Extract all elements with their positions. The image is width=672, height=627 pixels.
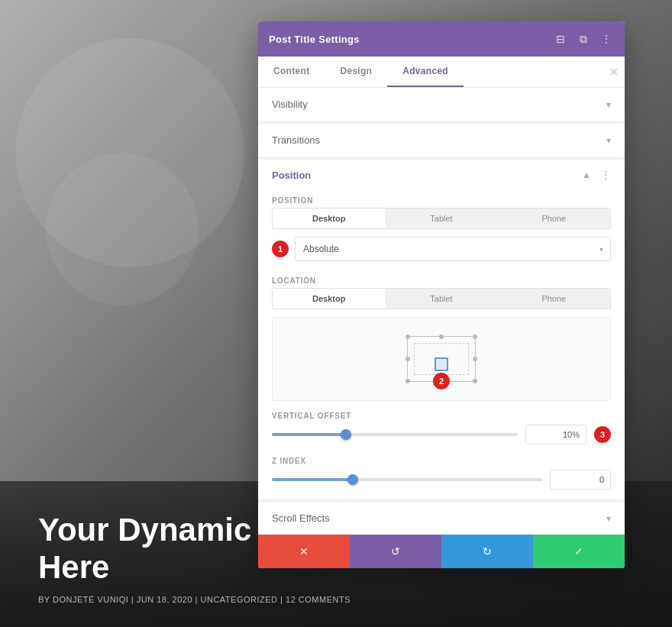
z-index-thumb[interactable] <box>347 474 358 485</box>
transitions-title: Transitions <box>272 134 320 146</box>
z-index-label: Z Index <box>272 457 611 465</box>
panel-header-icons: ⊟ ⧉ ⋮ <box>553 31 614 47</box>
tabs-bar: Content Design Advanced ✕ <box>258 57 625 88</box>
position-field-label: Position <box>258 190 625 208</box>
position-select[interactable]: Absolute Default Relative Fixed Static <box>295 237 611 261</box>
tab-content[interactable]: Content <box>258 57 325 87</box>
position-device-tab-phone[interactable]: Phone <box>498 208 610 228</box>
visibility-section-header[interactable]: Visibility ▾ <box>258 88 625 121</box>
position-device-tabs: Desktop Tablet Phone <box>272 208 611 229</box>
step-1-badge: 1 <box>272 241 289 257</box>
panel-content: Visibility ▾ Transitions ▾ Position ▲ ⋮ <box>258 88 625 535</box>
corner-bl <box>405 379 410 383</box>
position-icon <box>435 357 448 371</box>
scroll-effects-title: Scroll Effects <box>272 512 330 524</box>
panel-close-icon[interactable]: ✕ <box>609 65 619 79</box>
scroll-effects-chevron-icon: ▾ <box>606 513 611 524</box>
corner-br <box>473 379 477 383</box>
panel-footer: ✕ ↺ ↻ ✓ <box>258 535 625 568</box>
reset-button[interactable]: ↺ <box>350 535 441 568</box>
maximize-icon[interactable]: ⧉ <box>576 31 591 47</box>
location-device-tab-phone[interactable]: Phone <box>498 289 610 309</box>
position-device-tab-desktop[interactable]: Desktop <box>273 208 385 228</box>
bg-decoration-circle-2 <box>46 153 199 305</box>
corner-tl <box>405 335 410 339</box>
save-button[interactable]: ✓ <box>533 535 625 568</box>
scroll-effects-header[interactable]: Scroll Effects ▾ <box>258 502 625 535</box>
position-more-icon[interactable]: ⋮ <box>600 169 611 181</box>
more-icon[interactable]: ⋮ <box>599 31 614 47</box>
z-index-track[interactable] <box>272 478 542 481</box>
step-2-badge: 2 <box>433 373 450 389</box>
corner-mr <box>473 357 477 361</box>
visibility-title: Visibility <box>272 99 308 110</box>
location-device-tab-desktop[interactable]: Desktop <box>273 289 385 309</box>
position-select-wrapper: 1 Absolute Default Relative Fixed Static… <box>272 237 611 261</box>
post-meta: By Donjeté Vuniqi | Jun 18, 2020 | Uncat… <box>38 595 634 604</box>
tab-design[interactable]: Design <box>325 57 387 87</box>
position-device-tab-tablet[interactable]: Tablet <box>385 208 497 228</box>
scroll-effects-section: Scroll Effects ▾ <box>258 502 625 535</box>
redo-button[interactable]: ↻ <box>441 535 533 568</box>
vertical-offset-slider-row: 10% 3 <box>272 425 611 444</box>
vertical-offset-thumb[interactable] <box>341 429 351 440</box>
location-device-tab-tablet[interactable]: Tablet <box>385 289 497 309</box>
visibility-chevron-icon: ▾ <box>606 99 611 110</box>
location-grid[interactable]: 2 <box>272 317 611 401</box>
vertical-offset-label: Vertical Offset <box>272 412 611 420</box>
panel-header: Post Title Settings ⊟ ⧉ ⋮ <box>258 21 625 57</box>
corner-ml <box>405 357 410 361</box>
location-field-label: Location <box>258 270 625 288</box>
transitions-chevron-icon: ▾ <box>606 135 611 146</box>
vertical-offset-track[interactable] <box>272 433 518 436</box>
position-title: Position <box>272 170 311 181</box>
position-header-icons: ▲ ⋮ <box>582 169 611 181</box>
corner-mt <box>439 335 444 339</box>
minimize-icon[interactable]: ⊟ <box>553 31 568 47</box>
settings-panel: Post Title Settings ⊟ ⧉ ⋮ Content Design… <box>258 21 625 568</box>
position-collapse-icon[interactable]: ▲ <box>582 170 591 180</box>
position-indicator: 2 <box>433 357 450 389</box>
z-index-row: Z Index 0 <box>258 454 625 499</box>
z-index-input[interactable]: 0 <box>550 470 611 490</box>
position-section: Position ▲ ⋮ Position Desktop Tablet Pho… <box>258 160 625 499</box>
tab-advanced[interactable]: Advanced <box>387 57 464 87</box>
panel-title: Post Title Settings <box>269 34 360 45</box>
z-index-slider-row: 0 <box>272 470 611 490</box>
vertical-offset-fill <box>272 433 346 436</box>
z-index-fill <box>272 478 353 481</box>
transitions-section: Transitions ▾ <box>258 124 625 157</box>
step-3-badge: 3 <box>594 426 611 443</box>
cancel-button[interactable]: ✕ <box>258 535 350 568</box>
transitions-section-header[interactable]: Transitions ▾ <box>258 124 625 157</box>
corner-tr <box>473 335 477 339</box>
visibility-section: Visibility ▾ <box>258 88 625 121</box>
position-section-header[interactable]: Position ▲ ⋮ <box>258 160 625 190</box>
vertical-offset-input[interactable]: 10% <box>525 425 586 444</box>
vertical-offset-row: Vertical Offset 10% 3 <box>258 409 625 454</box>
location-device-tabs: Desktop Tablet Phone <box>272 288 611 309</box>
